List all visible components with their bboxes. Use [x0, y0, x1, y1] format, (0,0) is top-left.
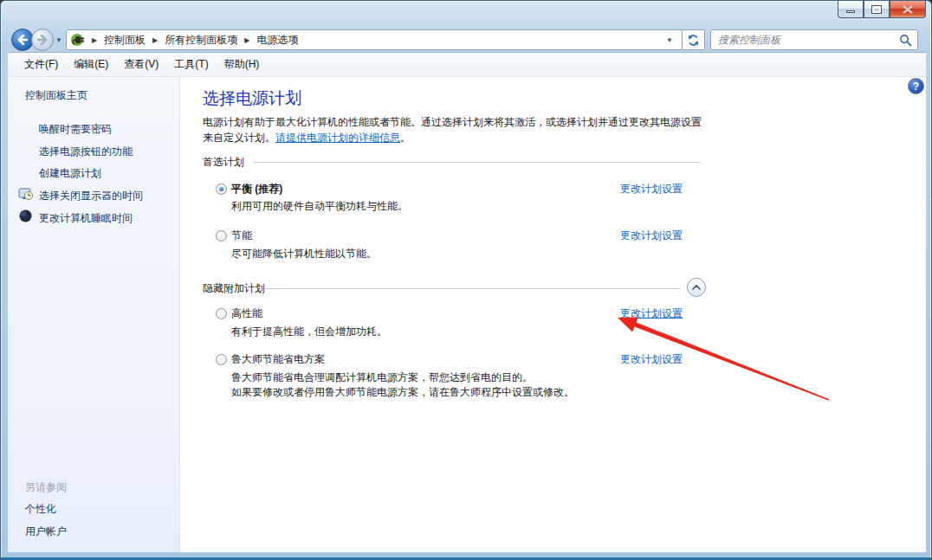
breadcrumb-arrow-icon[interactable]: ▶	[150, 36, 160, 44]
plan-description-line2: 如果要修改或者停用鲁大师节能电源方案，请在鲁大师程序中设置或修改。	[231, 385, 574, 400]
chevron-up-icon	[692, 285, 701, 290]
hidden-plans-divider	[264, 288, 680, 289]
help-icon: ?	[913, 80, 919, 93]
radio-power-saver[interactable]	[216, 230, 227, 241]
search-box	[710, 29, 918, 50]
sidebar-item-personalization[interactable]: 个性化	[25, 502, 56, 517]
refresh-button[interactable]	[683, 29, 705, 50]
plan-description: 尽可能降低计算机性能以节能。	[231, 247, 377, 261]
display-timer-icon	[18, 187, 33, 202]
menu-bar: 文件(F) 编辑(E) 查看(V) 工具(T) 帮助(H)	[8, 52, 926, 77]
change-plan-settings-link-balanced[interactable]: 更改计划设置	[620, 182, 683, 196]
menu-tools[interactable]: 工具(T)	[166, 54, 216, 75]
radio-balanced[interactable]	[216, 183, 227, 195]
intro-line2-prefix: 来自定义计划。	[203, 132, 275, 144]
forward-button[interactable]	[31, 29, 54, 51]
sidebar-item-create-plan[interactable]: 创建电源计划	[39, 166, 101, 181]
sidebar-item-power-buttons[interactable]: 选择电源按钮的功能	[39, 145, 133, 159]
minimize-icon	[846, 10, 855, 13]
intro-text: 电源计划有助于最大化计算机的性能或者节能。通过选择计划来将其激活，或选择计划并通…	[203, 114, 702, 145]
recent-pages-dropdown[interactable]: ▼	[55, 36, 62, 44]
plan-details-link[interactable]: 请提供电源计划的详细信息	[275, 132, 400, 144]
window-body: 控制面板主页 唤醒时需要密码 选择电源按钮的功能 创建电源计划 选择关闭显示器的…	[8, 77, 926, 552]
power-options-window: ▼ ▶ 控制面板 ▶ 所有控制面板项 ▶ 电源选项 ▼	[0, 0, 932, 560]
radio-high-performance[interactable]	[216, 308, 227, 319]
refresh-icon	[687, 34, 700, 47]
sidebar-item-sleep-time[interactable]: 更改计算机睡眠时间	[39, 211, 133, 226]
window-controls	[838, 1, 926, 18]
plan-description: 利用可用的硬件自动平衡功耗与性能。	[231, 199, 408, 214]
change-plan-settings-link-ludashi[interactable]: 更改计划设置	[620, 352, 683, 367]
back-arrow-icon	[16, 35, 29, 45]
main-content: ? 选择电源计划 电源计划有助于最大化计算机的性能或者节能。通过选择计划来将其激…	[180, 77, 926, 552]
breadcrumb-arrow-icon[interactable]: ▶	[242, 36, 252, 44]
collapse-hidden-plans-button[interactable]	[687, 278, 706, 297]
help-button[interactable]: ?	[908, 78, 924, 94]
plan-name: 平衡 (推荐)	[231, 182, 282, 196]
breadcrumb-power-options[interactable]: 电源选项	[252, 31, 302, 49]
preferred-plans-divider	[254, 162, 701, 163]
minimize-button[interactable]	[838, 1, 864, 18]
intro-suffix: 。	[400, 132, 411, 144]
radio-ludashi[interactable]	[216, 354, 227, 365]
maximize-button[interactable]	[864, 1, 890, 18]
red-annotation-arrow	[180, 77, 923, 552]
search-icon[interactable]	[899, 34, 912, 47]
breadcrumb-all-items[interactable]: 所有控制面板项	[160, 31, 242, 49]
sidebar: 控制面板主页 唤醒时需要密码 选择电源按钮的功能 创建电源计划 选择关闭显示器的…	[8, 77, 180, 552]
sidebar-item-control-panel-home[interactable]: 控制面板主页	[25, 88, 87, 103]
navigation-bar: ▼ ▶ 控制面板 ▶ 所有控制面板项 ▶ 电源选项 ▼	[8, 28, 926, 52]
sidebar-item-require-password[interactable]: 唤醒时需要密码	[39, 122, 112, 137]
menu-view[interactable]: 查看(V)	[116, 54, 166, 75]
sleep-icon	[18, 209, 33, 223]
menu-edit[interactable]: 编辑(E)	[66, 54, 116, 75]
menu-help[interactable]: 帮助(H)	[217, 54, 268, 75]
maximize-icon	[872, 6, 881, 13]
search-input[interactable]	[716, 33, 899, 47]
address-bar[interactable]: ▶ 控制面板 ▶ 所有控制面板项 ▶ 电源选项 ▼	[66, 29, 683, 50]
change-plan-settings-link-power-saver[interactable]: 更改计划设置	[620, 229, 683, 243]
intro-line1: 电源计划有助于最大化计算机的性能或者节能。通过选择计划来将其激活，或选择计划并通…	[203, 116, 702, 128]
close-icon	[903, 5, 913, 14]
plan-description-line1: 鲁大师节能省电合理调配计算机电源方案，帮您达到省电的目的。	[231, 370, 533, 385]
plan-description: 有利于提高性能，但会增加功耗。	[231, 325, 387, 339]
see-also-header: 另请参阅	[25, 480, 67, 495]
breadcrumb-control-panel[interactable]: 控制面板	[100, 31, 150, 49]
plan-name: 节能	[231, 229, 252, 243]
sidebar-item-display-off-time[interactable]: 选择关闭显示器的时间	[39, 189, 143, 203]
plan-name: 鲁大师节能省电方案	[231, 352, 325, 367]
page-title: 选择电源计划	[203, 87, 301, 110]
change-plan-settings-link-high-performance[interactable]: 更改计划设置	[620, 306, 683, 321]
preferred-plans-label: 首选计划	[203, 155, 244, 170]
forward-arrow-icon	[36, 35, 49, 45]
breadcrumb-arrow-icon: ▶	[89, 36, 100, 44]
hidden-plans-label: 隐藏附加计划	[203, 281, 265, 296]
power-plug-icon	[70, 33, 86, 47]
plan-name: 高性能	[231, 306, 262, 321]
sidebar-item-user-accounts[interactable]: 用户帐户	[25, 525, 67, 539]
close-button[interactable]	[890, 1, 926, 18]
address-dropdown-icon[interactable]: ▼	[661, 36, 678, 44]
menu-file[interactable]: 文件(F)	[16, 54, 66, 75]
